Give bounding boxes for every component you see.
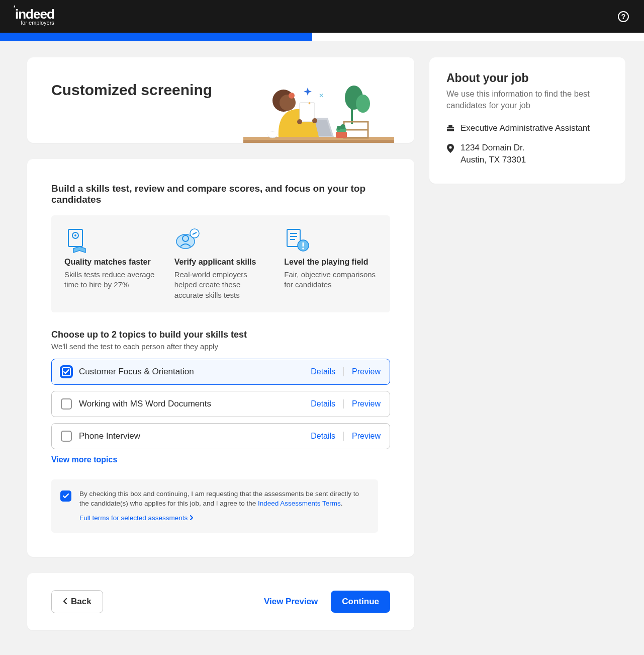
about-job-card: About your job We use this information t… (429, 57, 625, 184)
svg-rect-0 (243, 137, 394, 140)
topic-label: Customer Focus & Orientation (79, 367, 304, 377)
preview-link[interactable]: Preview (352, 367, 381, 376)
assessments-terms-link[interactable]: Indeed Assessments Terms (258, 500, 341, 507)
back-label: Back (71, 597, 91, 607)
view-more-link[interactable]: View more topics (51, 455, 390, 464)
continue-label: Continue (342, 597, 379, 607)
about-meta: Executive Administrative Assistant 1234 … (446, 122, 608, 167)
svg-point-37 (303, 248, 305, 250)
benefit-desc: Real-world employers helped create these… (174, 270, 267, 300)
svg-text:✕: ✕ (319, 92, 324, 99)
choose-section: Choose up to 2 topics to build your skil… (51, 330, 390, 533)
separator (343, 367, 344, 376)
continue-button[interactable]: Continue (331, 591, 390, 613)
help-icon[interactable]: ? (618, 11, 629, 22)
svg-marker-21 (304, 88, 312, 96)
person-speech-icon (174, 227, 201, 254)
benefit-desc: Fair, objective comparisons for candidat… (284, 270, 377, 290)
topic-actions: Details Preview (311, 432, 381, 441)
topic-label: Phone Interview (79, 431, 304, 441)
indeed-logo[interactable]: indeed for employers (15, 8, 54, 26)
screening-card: Build a skills test, review and compare … (27, 159, 414, 557)
side-column: About your job We use this information t… (429, 57, 625, 184)
separator (343, 399, 344, 408)
consent-checkbox[interactable] (60, 490, 71, 502)
about-title: About your job (446, 71, 608, 85)
topic-checkbox[interactable] (61, 431, 72, 442)
benefit-verify: Verify applicant skills Real-world emplo… (174, 227, 267, 300)
svg-point-19 (297, 119, 302, 124)
app-header: indeed for employers ? (0, 0, 644, 33)
svg-rect-39 (449, 125, 452, 127)
svg-rect-38 (447, 127, 454, 131)
svg-rect-18 (300, 103, 315, 122)
job-location-row: 1234 Domain Dr. Austin, TX 73301 (446, 142, 608, 167)
job-location: 1234 Domain Dr. Austin, TX 73301 (461, 142, 526, 167)
location-pin-icon (446, 144, 454, 155)
addr-line2: Austin, TX 73301 (461, 155, 526, 165)
checklist-icon (284, 227, 310, 254)
full-terms-link[interactable]: Full terms for selected assessments (79, 514, 194, 523)
details-link[interactable]: Details (311, 399, 335, 408)
progress-fill (0, 33, 312, 41)
svg-text:✦: ✦ (308, 101, 311, 106)
topic-actions: Details Preview (311, 399, 381, 408)
svg-rect-1 (243, 140, 394, 143)
benefit-title: Quality matches faster (64, 258, 157, 267)
preview-link[interactable]: Preview (352, 399, 381, 408)
progress-bar (0, 33, 644, 41)
svg-point-9 (340, 124, 345, 129)
benefit-title: Level the playing field (284, 258, 377, 267)
details-link[interactable]: Details (311, 432, 335, 441)
main-column: Customized screening (27, 57, 414, 630)
job-title-row: Executive Administrative Assistant (446, 122, 608, 135)
consent-box: By checking this box and continuing, I a… (51, 479, 378, 533)
topic-checkbox[interactable] (61, 398, 72, 410)
benefit-level: Level the playing field Fair, objective … (284, 227, 377, 300)
svg-point-3 (356, 95, 370, 113)
consent-text-b: . (341, 500, 343, 507)
svg-point-26 (74, 234, 76, 236)
svg-rect-10 (336, 132, 347, 138)
benefit-quality: Quality matches faster Skills tests redu… (64, 227, 157, 300)
topic-row[interactable]: Customer Focus & Orientation Details Pre… (51, 359, 390, 385)
svg-rect-40 (447, 128, 454, 129)
nav-right: View Preview Continue (264, 591, 390, 613)
hero-illustration: ✕ ✦ (243, 77, 394, 143)
about-desc: We use this information to find the best… (446, 88, 608, 111)
topic-label: Working with MS Word Documents (79, 399, 304, 409)
briefcase-icon (446, 124, 454, 134)
topic-row[interactable]: Phone Interview Details Preview (51, 423, 390, 449)
svg-point-17 (289, 93, 295, 99)
certificate-icon (64, 227, 90, 254)
benefits-row: Quality matches faster Skills tests redu… (51, 215, 390, 312)
choose-title: Choose up to 2 topics to build your skil… (51, 330, 390, 340)
hero-card: Customized screening (27, 57, 414, 143)
back-button[interactable]: Back (51, 590, 103, 613)
full-terms-label: Full terms for selected assessments (79, 514, 188, 523)
topic-checkbox[interactable] (61, 366, 72, 377)
details-link[interactable]: Details (311, 367, 335, 376)
svg-point-8 (337, 126, 341, 130)
screening-headline: Build a skills test, review and compare … (51, 183, 402, 205)
job-title: Executive Administrative Assistant (461, 122, 590, 135)
svg-point-41 (449, 146, 451, 148)
consent-text: By checking this box and continuing, I a… (79, 489, 367, 523)
chevron-left-icon (63, 597, 68, 607)
preview-link[interactable]: Preview (352, 432, 381, 441)
choose-subtitle: We'll send the test to each person after… (51, 342, 390, 351)
benefit-title: Verify applicant skills (174, 258, 267, 267)
svg-rect-12 (267, 132, 278, 136)
chevron-right-icon (190, 514, 194, 523)
topic-row[interactable]: Working with MS Word Documents Details P… (51, 391, 390, 417)
nav-card: Back View Preview Continue (27, 573, 414, 630)
page-body: Customized screening (0, 41, 644, 630)
view-preview-link[interactable]: View Preview (264, 597, 318, 607)
separator (343, 432, 344, 441)
logo-main: indeed (15, 8, 54, 21)
svg-point-20 (312, 118, 317, 123)
topic-actions: Details Preview (311, 367, 381, 376)
benefit-desc: Skills tests reduce average time to hire… (64, 270, 157, 290)
addr-line1: 1234 Domain Dr. (461, 143, 525, 152)
